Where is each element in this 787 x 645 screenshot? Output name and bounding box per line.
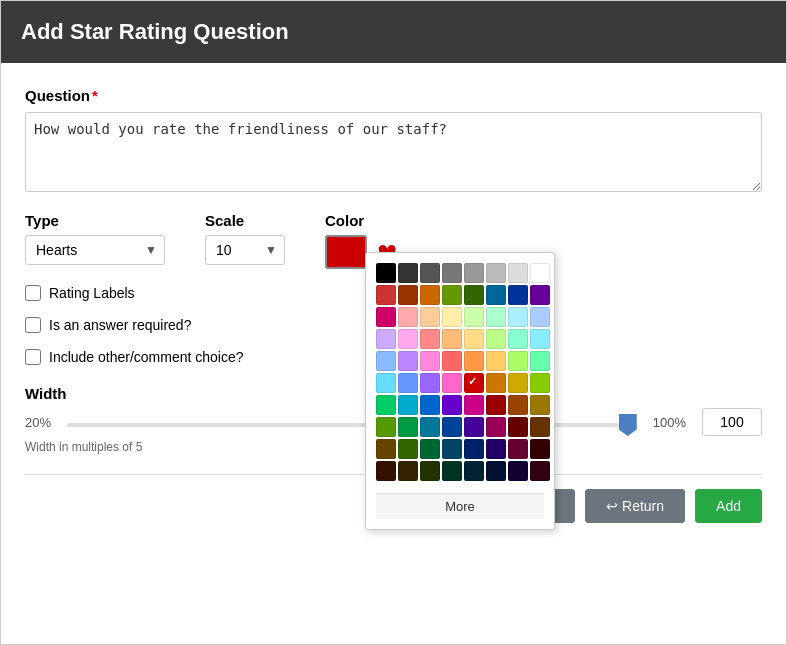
is-required-label[interactable]: Is an answer required? bbox=[49, 317, 191, 333]
color-cell[interactable] bbox=[376, 373, 396, 393]
color-cell[interactable] bbox=[530, 461, 550, 481]
scale-select[interactable]: 5 10 bbox=[205, 235, 285, 265]
color-swatch-button[interactable] bbox=[325, 235, 367, 269]
color-cell[interactable] bbox=[376, 461, 396, 481]
color-cell[interactable] bbox=[442, 461, 462, 481]
color-cell[interactable] bbox=[398, 373, 418, 393]
color-cell[interactable] bbox=[420, 417, 440, 437]
color-cell[interactable] bbox=[398, 395, 418, 415]
color-cell[interactable] bbox=[530, 307, 550, 327]
color-cell[interactable] bbox=[508, 395, 528, 415]
modal-body: Question* How would you rate the friendl… bbox=[1, 63, 786, 475]
color-cell[interactable] bbox=[486, 461, 506, 481]
color-cell[interactable] bbox=[442, 329, 462, 349]
color-cell[interactable] bbox=[530, 395, 550, 415]
color-cell[interactable] bbox=[508, 351, 528, 371]
color-cell[interactable] bbox=[442, 439, 462, 459]
color-cell[interactable] bbox=[442, 263, 462, 283]
type-select[interactable]: Hearts Stars Numbers bbox=[25, 235, 165, 265]
rating-labels-label[interactable]: Rating Labels bbox=[49, 285, 135, 301]
color-cell[interactable] bbox=[420, 285, 440, 305]
color-cell[interactable] bbox=[420, 263, 440, 283]
color-cell[interactable] bbox=[464, 329, 484, 349]
color-cell[interactable] bbox=[420, 307, 440, 327]
color-cell[interactable] bbox=[420, 373, 440, 393]
add-button[interactable]: Add bbox=[695, 489, 762, 523]
color-cell[interactable] bbox=[420, 395, 440, 415]
return-button[interactable]: ↩Return bbox=[585, 489, 685, 523]
color-cell[interactable] bbox=[376, 285, 396, 305]
color-cell[interactable] bbox=[486, 307, 506, 327]
color-cell[interactable] bbox=[376, 263, 396, 283]
color-cell[interactable] bbox=[442, 373, 462, 393]
more-colors-button[interactable]: More bbox=[376, 493, 544, 519]
color-cell[interactable] bbox=[486, 329, 506, 349]
color-cell[interactable] bbox=[398, 285, 418, 305]
color-cell[interactable] bbox=[442, 351, 462, 371]
question-input[interactable]: How would you rate the friendliness of o… bbox=[25, 112, 762, 192]
color-cell[interactable] bbox=[398, 351, 418, 371]
color-cell[interactable] bbox=[530, 373, 550, 393]
color-cell[interactable] bbox=[376, 329, 396, 349]
color-cell[interactable] bbox=[486, 439, 506, 459]
color-cell[interactable] bbox=[530, 329, 550, 349]
color-label: Color bbox=[325, 212, 397, 229]
color-cell[interactable] bbox=[442, 307, 462, 327]
color-cell[interactable] bbox=[508, 307, 528, 327]
color-cell[interactable] bbox=[442, 395, 462, 415]
color-cell[interactable] bbox=[530, 285, 550, 305]
color-cell[interactable] bbox=[420, 461, 440, 481]
include-other-label[interactable]: Include other/comment choice? bbox=[49, 349, 244, 365]
color-cell[interactable] bbox=[398, 461, 418, 481]
color-cell[interactable] bbox=[464, 307, 484, 327]
color-cell[interactable] bbox=[464, 417, 484, 437]
color-cell[interactable] bbox=[508, 329, 528, 349]
color-cell[interactable] bbox=[530, 439, 550, 459]
color-cell[interactable] bbox=[508, 263, 528, 283]
color-cell[interactable] bbox=[464, 373, 484, 393]
color-cell[interactable] bbox=[486, 395, 506, 415]
color-cell[interactable] bbox=[464, 395, 484, 415]
color-cell[interactable] bbox=[464, 439, 484, 459]
color-cell[interactable] bbox=[376, 307, 396, 327]
color-cell[interactable] bbox=[376, 351, 396, 371]
color-cell[interactable] bbox=[464, 351, 484, 371]
color-cell[interactable] bbox=[420, 351, 440, 371]
color-cell[interactable] bbox=[398, 307, 418, 327]
color-cell[interactable] bbox=[508, 417, 528, 437]
color-cell[interactable] bbox=[530, 417, 550, 437]
color-cell[interactable] bbox=[486, 285, 506, 305]
color-cell[interactable] bbox=[464, 461, 484, 481]
color-cell[interactable] bbox=[398, 417, 418, 437]
type-select-wrapper: Hearts Stars Numbers ▼ bbox=[25, 235, 165, 265]
color-cell[interactable] bbox=[508, 439, 528, 459]
color-cell[interactable] bbox=[420, 439, 440, 459]
width-value-input[interactable] bbox=[702, 408, 762, 436]
color-cell[interactable] bbox=[486, 263, 506, 283]
color-picker-popup: More bbox=[365, 252, 555, 530]
color-cell[interactable] bbox=[398, 439, 418, 459]
color-cell[interactable] bbox=[508, 461, 528, 481]
color-cell[interactable] bbox=[442, 285, 462, 305]
color-cell[interactable] bbox=[376, 439, 396, 459]
color-cell[interactable] bbox=[398, 329, 418, 349]
color-cell[interactable] bbox=[530, 351, 550, 371]
color-cell[interactable] bbox=[486, 351, 506, 371]
color-cell[interactable] bbox=[464, 263, 484, 283]
color-cell[interactable] bbox=[420, 329, 440, 349]
color-cell[interactable] bbox=[464, 285, 484, 305]
include-other-checkbox[interactable] bbox=[25, 349, 41, 365]
rating-labels-checkbox[interactable] bbox=[25, 285, 41, 301]
color-grid bbox=[376, 263, 544, 481]
color-cell[interactable] bbox=[376, 417, 396, 437]
color-cell[interactable] bbox=[530, 263, 550, 283]
is-required-checkbox[interactable] bbox=[25, 317, 41, 333]
width-min-label: 20% bbox=[25, 415, 51, 430]
color-cell[interactable] bbox=[376, 395, 396, 415]
color-cell[interactable] bbox=[508, 373, 528, 393]
color-cell[interactable] bbox=[486, 373, 506, 393]
color-cell[interactable] bbox=[442, 417, 462, 437]
color-cell[interactable] bbox=[486, 417, 506, 437]
color-cell[interactable] bbox=[508, 285, 528, 305]
color-cell[interactable] bbox=[398, 263, 418, 283]
